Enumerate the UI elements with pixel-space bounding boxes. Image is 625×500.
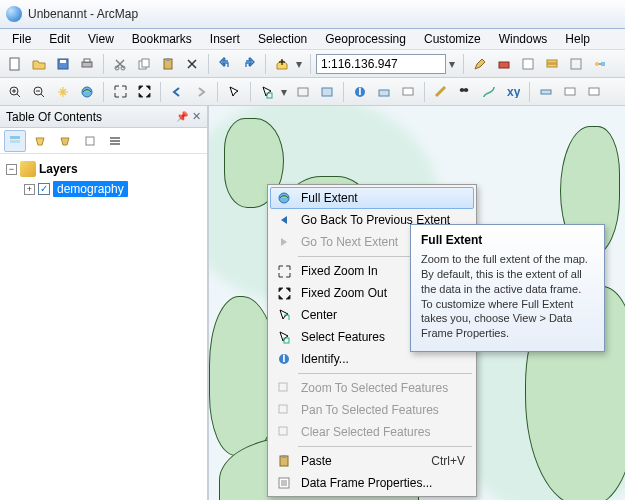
findroute-button[interactable] — [478, 81, 500, 103]
model-button[interactable] — [589, 53, 611, 75]
find-button[interactable] — [454, 81, 476, 103]
tools-toolbar: ▾ i xy — [0, 78, 625, 106]
clear-selected-icon — [275, 423, 293, 441]
list-by-drawing-order-button[interactable] — [4, 130, 26, 152]
close-icon[interactable]: ✕ — [192, 110, 201, 123]
svg-rect-23 — [322, 88, 332, 96]
add-data-dropdown[interactable]: ▾ — [293, 55, 305, 73]
options-button[interactable] — [104, 130, 126, 152]
pin-icon[interactable]: 📌 — [176, 111, 188, 122]
expand-icon[interactable]: + — [24, 184, 35, 195]
app-icon — [6, 6, 22, 22]
scale-input[interactable]: 1:116.136.947 — [316, 54, 446, 74]
new-button[interactable] — [4, 53, 26, 75]
menu-file[interactable]: File — [4, 30, 39, 48]
select-features-button[interactable] — [256, 81, 278, 103]
svg-rect-33 — [10, 140, 20, 143]
layer-name: demography — [53, 181, 128, 197]
select-by-attr-button[interactable] — [316, 81, 338, 103]
svg-point-16 — [595, 62, 599, 66]
menubar: File Edit View Bookmarks Insert Selectio… — [0, 29, 625, 50]
paste-button[interactable] — [157, 53, 179, 75]
pan-button[interactable] — [52, 81, 74, 103]
search-button[interactable] — [565, 53, 587, 75]
open-button[interactable] — [28, 53, 50, 75]
html-popup-button[interactable] — [397, 81, 419, 103]
menu-geoprocessing[interactable]: Geoprocessing — [317, 30, 414, 48]
svg-rect-27 — [403, 88, 413, 95]
zoom-out-button[interactable] — [28, 81, 50, 103]
svg-rect-3 — [82, 62, 92, 67]
svg-rect-22 — [298, 88, 308, 96]
editor-toolbar-button[interactable] — [469, 53, 491, 75]
zoom-in-button[interactable] — [4, 81, 26, 103]
undo-button[interactable] — [214, 53, 236, 75]
list-by-source-button[interactable] — [29, 130, 51, 152]
scale-value: 1:116.136.947 — [321, 57, 398, 71]
cut-button[interactable] — [109, 53, 131, 75]
list-by-selection-button[interactable] — [79, 130, 101, 152]
forward-extent-button[interactable] — [190, 81, 212, 103]
fixed-zoom-out-button[interactable] — [133, 81, 155, 103]
svg-rect-0 — [10, 58, 19, 70]
svg-rect-8 — [142, 59, 149, 67]
goto-xy-button[interactable]: xy — [502, 81, 524, 103]
ctx-full-extent[interactable]: Full Extent — [270, 187, 474, 209]
select-features-dropdown[interactable]: ▾ — [278, 83, 290, 101]
time-slider-button[interactable] — [535, 81, 557, 103]
collapse-icon[interactable]: − — [6, 164, 17, 175]
viewer2-button[interactable] — [583, 81, 605, 103]
identify-button[interactable]: i — [349, 81, 371, 103]
add-data-button[interactable] — [271, 53, 293, 75]
fixed-zoom-in-button[interactable] — [109, 81, 131, 103]
zoom-out-corners-icon — [275, 284, 293, 302]
menu-help[interactable]: Help — [557, 30, 598, 48]
svg-rect-10 — [166, 58, 170, 61]
back-extent-button[interactable] — [166, 81, 188, 103]
menu-view[interactable]: View — [80, 30, 122, 48]
save-button[interactable] — [52, 53, 74, 75]
tree-layers-row[interactable]: − Layers — [6, 160, 201, 178]
full-extent-button[interactable] — [76, 81, 98, 103]
svg-rect-15 — [571, 59, 581, 69]
copy-button[interactable] — [133, 53, 155, 75]
scale-dropdown[interactable]: ▾ — [446, 55, 458, 73]
ctx-zoom-to-selected: Zoom To Selected Features — [270, 377, 474, 399]
svg-rect-31 — [589, 88, 599, 95]
select-elements-button[interactable] — [223, 81, 245, 103]
clear-selection-button[interactable] — [292, 81, 314, 103]
globe-icon — [275, 189, 293, 207]
svg-text:xy: xy — [507, 86, 520, 98]
info-icon: i — [275, 350, 293, 368]
svg-rect-2 — [60, 60, 66, 63]
tree-layer-row[interactable]: + ✓ demography — [6, 180, 201, 198]
svg-rect-47 — [282, 455, 286, 458]
list-by-visibility-button[interactable] — [54, 130, 76, 152]
svg-rect-30 — [565, 88, 575, 95]
ctx-data-frame-properties[interactable]: Data Frame Properties... — [270, 472, 474, 494]
measure-button[interactable] — [430, 81, 452, 103]
menu-bookmarks[interactable]: Bookmarks — [124, 30, 200, 48]
python-button[interactable] — [517, 53, 539, 75]
svg-rect-34 — [10, 144, 20, 147]
toc-title: Table Of Contents — [6, 110, 102, 124]
menu-edit[interactable]: Edit — [41, 30, 78, 48]
ctx-paste[interactable]: Paste Ctrl+V — [270, 450, 474, 472]
layer-checkbox[interactable]: ✓ — [38, 183, 50, 195]
menu-selection[interactable]: Selection — [250, 30, 315, 48]
hyperlink-button[interactable] — [373, 81, 395, 103]
menu-windows[interactable]: Windows — [491, 30, 556, 48]
menu-separator — [298, 373, 472, 374]
svg-rect-14 — [547, 64, 557, 67]
menu-customize[interactable]: Customize — [416, 30, 489, 48]
toc-tree: − Layers + ✓ demography — [0, 154, 207, 500]
toolbox-button[interactable] — [493, 53, 515, 75]
redo-button[interactable] — [238, 53, 260, 75]
menu-insert[interactable]: Insert — [202, 30, 248, 48]
viewer-button[interactable] — [559, 81, 581, 103]
print-button[interactable] — [76, 53, 98, 75]
tooltip-title: Full Extent — [421, 233, 594, 247]
catalog-button[interactable] — [541, 53, 563, 75]
toc-header: Table Of Contents 📌✕ — [0, 106, 207, 128]
delete-button[interactable] — [181, 53, 203, 75]
